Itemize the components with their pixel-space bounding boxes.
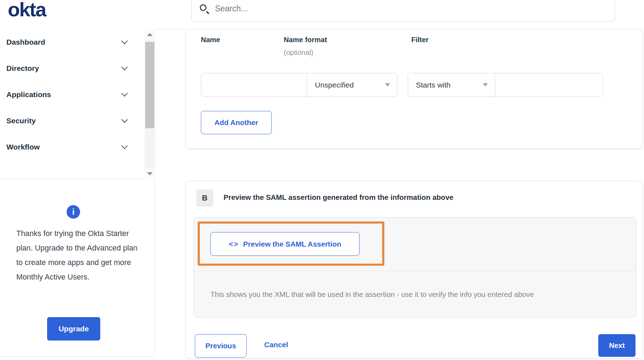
upsell-message: Thanks for trying the Okta Starter plan.… [16,226,140,285]
upgrade-button[interactable]: Upgrade [47,317,100,341]
attribute-statements-card: Name Name format (optional) Filter Unspe… [185,29,643,149]
section-title: Preview the SAML assertion generated fro… [224,193,453,202]
cancel-link[interactable]: Cancel [264,341,288,349]
section-badge: B [196,190,213,207]
add-another-button[interactable]: Add Another [201,111,272,134]
chevron-down-icon [121,64,128,70]
sidebar-item-dashboard[interactable]: Dashboard [0,29,145,55]
okta-logo: okta [8,0,46,21]
panel-description: This shows you the XML that will be used… [194,271,636,317]
filter-column-label: Filter [411,36,429,44]
filter-input[interactable] [495,73,603,96]
scroll-down-icon[interactable] [145,168,155,179]
preview-panel-top: <> Preview the SAML Assertion [194,218,636,271]
sidebar-item-workflow[interactable]: Workflow [0,134,145,160]
sidebar-item-security[interactable]: Security [0,108,145,134]
previous-button[interactable]: Previous [195,334,247,358]
sidebar-scrollbar[interactable] [145,29,155,179]
dropdown-arrow-icon [385,83,390,86]
preview-assertion-card: B Preview the SAML assertion generated f… [185,181,643,359]
search-icon [199,4,210,14]
name-field-group: Unspecified [201,73,397,97]
name-input[interactable] [201,73,307,96]
global-search [191,0,615,22]
sidebar-nav-list: Dashboard Directory Applications Securit… [0,29,145,160]
sidebar-item-directory[interactable]: Directory [0,55,145,81]
sidebar-nav: Dashboard Directory Applications Securit… [0,29,155,179]
filter-type-select[interactable]: Starts with [408,73,495,96]
filter-field-group: Starts with [408,73,603,97]
name-column-label: Name [201,36,220,44]
preview-saml-button[interactable]: <> Preview the SAML Assertion [210,232,360,256]
code-icon: <> [229,240,239,248]
chevron-down-icon [121,142,128,149]
scroll-up-icon[interactable] [145,29,155,40]
chevron-down-icon [121,38,128,44]
name-format-select[interactable]: Unspecified [307,73,397,96]
scrollbar-thumb[interactable] [145,42,154,128]
sidebar-item-applications[interactable]: Applications [0,81,145,108]
next-button[interactable]: Next [598,334,635,357]
okta-admin-page: okta Dashboard Directory Applications Se… [0,0,644,360]
chevron-down-icon [121,116,128,123]
name-format-column-label: Name format [284,36,327,44]
name-format-hint: (optional) [284,49,313,57]
preview-panel: <> Preview the SAML Assertion This shows… [193,217,636,317]
search-input[interactable] [215,4,569,13]
dropdown-arrow-icon [483,83,488,86]
plan-upsell-panel: i Thanks for trying the Okta Starter pla… [0,179,155,357]
info-icon: i [67,205,80,219]
chevron-down-icon [121,90,128,96]
